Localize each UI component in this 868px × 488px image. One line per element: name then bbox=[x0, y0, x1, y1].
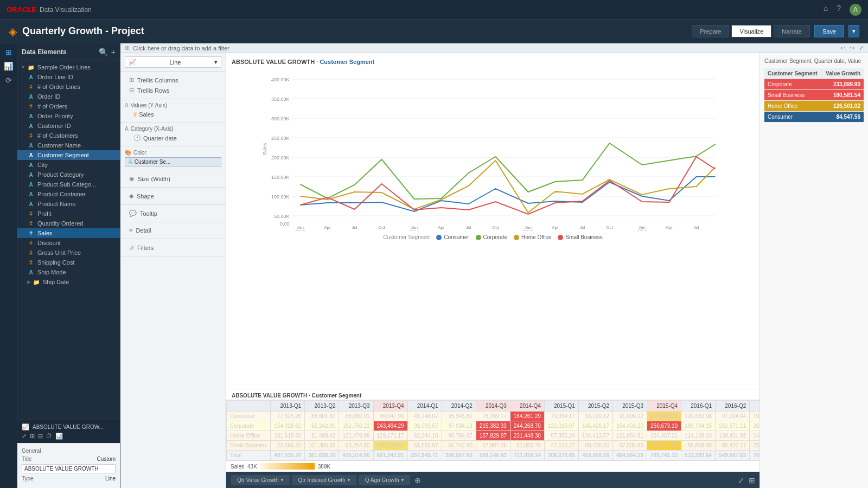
trellis-cols-icon: ⊞ bbox=[129, 76, 134, 84]
sidebar-title: Data Elements bbox=[22, 48, 95, 56]
icon-rail: ⊞ 📊 ⟳ bbox=[0, 43, 17, 488]
dropdown-arrow: ▾ bbox=[214, 59, 218, 66]
sidebar-item-productcontainer[interactable]: A Product Container bbox=[17, 189, 120, 199]
sidebar-item-orderpriority[interactable]: A Order Priority bbox=[17, 111, 120, 121]
cell: 91,093.67 bbox=[407, 421, 442, 431]
bottom-icon-1[interactable]: ⤢ bbox=[738, 476, 744, 485]
properties-panel: General Title Custom Type Line bbox=[17, 443, 120, 488]
trellis-columns-item[interactable]: ⊞ Trellis Columns bbox=[125, 75, 221, 85]
sidebar-folder-shipdate[interactable]: ▶ 📁 Ship Date bbox=[17, 277, 120, 287]
col-2014q2: 2014-Q2 bbox=[442, 401, 476, 412]
cell: 129,171.17 bbox=[373, 431, 407, 441]
bottom-icon-2[interactable]: ⊞ bbox=[749, 476, 755, 485]
filter-placeholder[interactable]: Click here or drag data to add a filter bbox=[133, 45, 229, 52]
add-data-icon[interactable]: + bbox=[111, 48, 116, 56]
sidebar-item-sales[interactable]: # Sales bbox=[17, 228, 120, 238]
sidebar-item-orderlineid[interactable]: A Order Line ID bbox=[17, 72, 120, 82]
size-item[interactable]: ◉ Size (Width) bbox=[125, 174, 221, 184]
sidebar-item-shipmode[interactable]: A Ship Mode bbox=[17, 267, 120, 277]
sidebar-item-numorderlines[interactable]: # # of Order Lines bbox=[17, 82, 120, 92]
measure-icon: # bbox=[27, 220, 35, 227]
sidebar-item-productcategory[interactable]: A Product Category bbox=[17, 170, 120, 179]
trellis-rows-item[interactable]: ⊟ Trellis Rows bbox=[125, 85, 221, 95]
sidebar-item-orderid[interactable]: A Order ID bbox=[17, 92, 120, 101]
sidebar-item-customersegment[interactable]: A Customer Segment bbox=[17, 150, 120, 160]
category-date-icon: 🕐 bbox=[133, 134, 141, 142]
rail-data-icon[interactable]: ⊞ bbox=[5, 48, 12, 56]
detail-section: ≡ Detail bbox=[120, 222, 226, 239]
share-icon[interactable]: ⤤ bbox=[859, 44, 864, 52]
viz-tool-2[interactable]: ⊞ bbox=[30, 433, 35, 440]
sidebar-item-numcustomers[interactable]: # # of Customers bbox=[17, 131, 120, 140]
shape-item[interactable]: ◆ Shape bbox=[125, 191, 221, 201]
svg-text:Sales: Sales bbox=[262, 143, 267, 155]
folder-icon: 📁 bbox=[33, 278, 40, 286]
attr-icon: A bbox=[27, 200, 35, 208]
cell: 63,254.80 bbox=[339, 441, 373, 451]
viz-tool-5[interactable]: 📊 bbox=[55, 433, 63, 440]
rp-row-consumer: Consumer 84,547.56 bbox=[764, 112, 864, 123]
sidebar-item-numorders[interactable]: # # of Orders bbox=[17, 101, 120, 111]
sidebar-item-productname[interactable]: A Product Name bbox=[17, 199, 120, 209]
filters-item[interactable]: ⊿ Filters bbox=[125, 242, 221, 253]
search-icon[interactable]: 🔍 bbox=[99, 48, 108, 56]
btab-qtr-value[interactable]: Qtr Value Growth ▾ bbox=[231, 475, 290, 485]
tab-narrate[interactable]: Narrate bbox=[774, 25, 810, 37]
sidebar-item-customerid[interactable]: A Customer ID bbox=[17, 121, 120, 131]
cell: 62,044.10 bbox=[407, 431, 442, 441]
tab-visualize[interactable]: Visualize bbox=[731, 25, 771, 37]
col-2016q2: 2016-Q2 bbox=[716, 401, 750, 412]
redo-icon[interactable]: ↪ bbox=[850, 44, 854, 52]
add-tab-button[interactable]: ⊕ bbox=[412, 476, 423, 485]
cell: 232,571.11 bbox=[716, 421, 750, 431]
rp-row-smallbiz: Small Business 180,581.54 bbox=[764, 90, 864, 101]
viz-tool-1[interactable]: ⤢ bbox=[22, 433, 27, 440]
general-label-row: General bbox=[22, 448, 116, 454]
values-measure-label: Sales bbox=[139, 111, 154, 118]
rail-connect-icon[interactable]: ⟳ bbox=[5, 76, 12, 85]
color-item[interactable]: A Customer Se... bbox=[125, 157, 221, 166]
sidebar-item-grossunitprice[interactable]: # Gross Unit Price bbox=[17, 248, 120, 258]
col-2016q3: 2016-Q3 bbox=[750, 401, 760, 412]
detail-item[interactable]: ≡ Detail bbox=[125, 226, 221, 235]
title-input[interactable] bbox=[22, 464, 116, 473]
sidebar-folder-sample[interactable]: ▼ 📁 Sample Order Lines bbox=[17, 62, 120, 72]
sidebar-item-productsubcat[interactable]: A Product Sub Catego... bbox=[17, 179, 120, 189]
viz-toolbar: ⤢ ⊞ ⊟ ⏱ 📊 bbox=[22, 433, 116, 440]
sidebar-item-shippingcost[interactable]: # Shipping Cost bbox=[17, 258, 120, 267]
btab-q-ago[interactable]: Q Ago Growth ▾ bbox=[359, 475, 410, 485]
cell: 122,015.97 bbox=[544, 421, 578, 431]
viz-tool-4[interactable]: ⏱ bbox=[46, 433, 52, 440]
cell: 91,408.42 bbox=[305, 431, 339, 441]
color-attr-icon: A bbox=[129, 159, 132, 165]
help-icon[interactable]: ? bbox=[837, 4, 841, 16]
undo-icon[interactable]: ↩ bbox=[840, 44, 845, 52]
btab-qtr-indexed[interactable]: Qtr Indexed Growth ▾ bbox=[292, 475, 356, 485]
sidebar-item-quantityordered[interactable]: # Quantity Ordered bbox=[17, 219, 120, 228]
sidebar-item-discount[interactable]: # Discount bbox=[17, 238, 120, 248]
rail-chart-icon[interactable]: 📊 bbox=[4, 62, 13, 70]
chart-type-section: 📈 Line ▾ bbox=[120, 53, 226, 72]
filters-section: ⊿ Filters bbox=[120, 239, 226, 256]
viz-tool-3[interactable]: ⊟ bbox=[38, 433, 43, 440]
main-area: ⊞ 📊 ⟳ Data Elements 🔍 + ▼ 📁 Sample Order… bbox=[0, 43, 868, 488]
home-icon[interactable]: ⌂ bbox=[824, 4, 828, 16]
svg-text:2015: 2015 bbox=[524, 229, 533, 231]
cell-smallbiz-label: Small Business bbox=[227, 441, 271, 451]
values-item[interactable]: # Sales bbox=[125, 110, 221, 119]
svg-text:Jul: Jul bbox=[579, 225, 585, 230]
user-avatar[interactable]: A bbox=[850, 4, 861, 16]
cell: 131,478.08 bbox=[339, 431, 373, 441]
tab-prepare[interactable]: Prepare bbox=[692, 25, 729, 37]
sidebar-item-customername[interactable]: A Customer Name bbox=[17, 140, 120, 150]
save-button[interactable]: Save bbox=[814, 25, 844, 37]
sidebar-item-city[interactable]: A City bbox=[17, 160, 120, 170]
save-dropdown[interactable]: ▾ bbox=[848, 25, 859, 37]
chart-type-dropdown[interactable]: 📈 Line ▾ bbox=[125, 56, 221, 68]
color-label-row: 🎨 Color bbox=[125, 150, 221, 156]
tooltip-item[interactable]: 💬 Tooltip bbox=[125, 208, 221, 219]
category-item[interactable]: 🕐 Quarter date bbox=[125, 133, 221, 143]
sidebar-item-profit[interactable]: # Profit bbox=[17, 209, 120, 219]
table-title: ABSOLUTE VALUE GROWTH · Customer Segment bbox=[226, 389, 760, 400]
svg-text:300.00K: 300.00K bbox=[271, 116, 290, 121]
